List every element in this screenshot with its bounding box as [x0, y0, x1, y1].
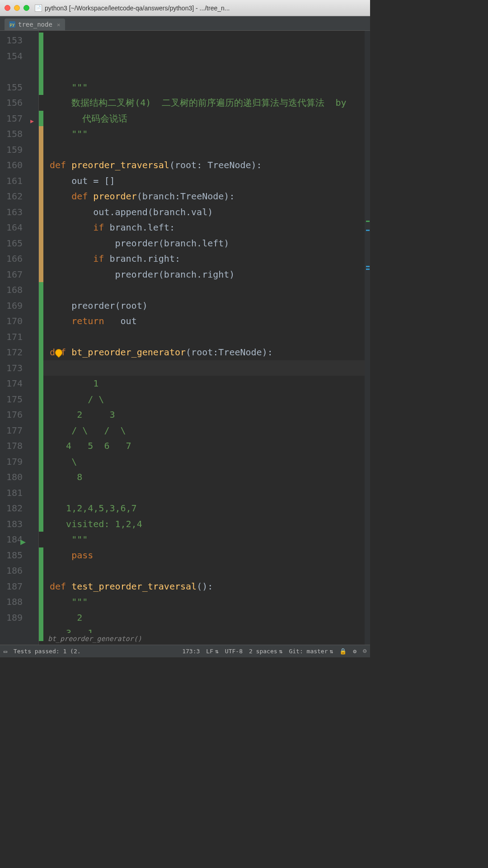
- line-number: 174: [0, 376, 26, 392]
- lock-icon[interactable]: 🔒: [339, 648, 347, 655]
- ide-settings-icon[interactable]: ⚙: [353, 648, 357, 655]
- marker-gutter: ▸▶: [26, 31, 39, 645]
- line-number: 154: [0, 48, 26, 64]
- line-separator[interactable]: LF ⇅: [206, 648, 218, 655]
- run-test-icon[interactable]: ▶: [18, 536, 28, 547]
- overview-marker: [366, 230, 370, 231]
- line-number: 153: [0, 33, 26, 48]
- line-number: 175: [0, 392, 26, 407]
- line-number: 173: [0, 360, 26, 376]
- line-number: 166: [0, 251, 26, 267]
- code-line[interactable]: def preorder_traversal(root: TreeNode):: [50, 157, 370, 173]
- vcs-change-marker: [39, 282, 43, 298]
- line-number: 180: [0, 469, 26, 485]
- line-number: 183: [0, 516, 26, 532]
- vcs-change-marker: [39, 126, 43, 282]
- code-line[interactable]: preorder(branch.right): [50, 267, 370, 283]
- code-line[interactable]: 2: [50, 610, 370, 626]
- code-line[interactable]: 数据结构二叉树(4) 二叉树的前序遍历的递归算法与迭代算法 by: [50, 95, 370, 111]
- file-encoding[interactable]: UTF-8: [225, 648, 243, 655]
- code-line[interactable]: 8: [50, 469, 370, 485]
- code-line[interactable]: 4 5 6 7: [50, 438, 370, 454]
- code-line[interactable]: preorder(branch.left): [50, 236, 370, 251]
- code-line[interactable]: """: [50, 80, 370, 95]
- minimize-icon[interactable]: [14, 5, 20, 11]
- line-number: 158: [0, 126, 26, 142]
- line-number: 189: [0, 610, 26, 626]
- line-number: 177: [0, 423, 26, 439]
- chevron-updown-icon: ⇅: [215, 648, 219, 655]
- line-number: 172: [0, 344, 26, 360]
- code-line[interactable]: [50, 142, 370, 158]
- code-line[interactable]: [50, 485, 370, 501]
- overview-marker: [366, 269, 370, 270]
- vcs-change-marker: [39, 33, 43, 95]
- code-line[interactable]: def preorder(branch:TreeNode):: [50, 189, 370, 204]
- line-number: 167: [0, 267, 26, 283]
- code-line[interactable]: visited: 1,2,4: [50, 516, 370, 532]
- traffic-lights: [5, 5, 29, 11]
- line-number: 168: [0, 282, 26, 298]
- code-line[interactable]: def test_preorder_traversal():: [50, 579, 370, 594]
- code-line[interactable]: def bt_preorder_generator(root:TreeNode)…: [50, 344, 370, 360]
- code-editor[interactable]: 1531541551561571581591601611621631641651…: [0, 31, 370, 645]
- code-line[interactable]: if branch.right:: [50, 251, 370, 267]
- breakpoint-icon[interactable]: ▸: [27, 115, 37, 126]
- line-number: 157: [0, 111, 26, 127]
- inspector-icon[interactable]: ☺: [363, 648, 366, 655]
- line-number: 160: [0, 157, 26, 173]
- overview-marker: [366, 221, 370, 222]
- code-line[interactable]: 1,2,4,5,3,6,7: [50, 500, 370, 516]
- code-line[interactable]: out = []: [50, 173, 370, 189]
- maximize-icon[interactable]: [23, 5, 29, 11]
- line-number: 187: [0, 579, 26, 594]
- indent-setting[interactable]: 2 spaces ⇅: [249, 648, 282, 655]
- vcs-change-marker: [39, 111, 43, 127]
- line-number: 163: [0, 204, 26, 220]
- status-bar: ▭ Tests passed: 1 (2. 173:3 LF ⇅ UTF-8 2…: [0, 645, 370, 657]
- line-number: 161: [0, 173, 26, 189]
- tab-label: tree_node: [18, 21, 52, 28]
- code-line[interactable]: 代码会说话: [50, 111, 370, 127]
- code-line[interactable]: [50, 282, 370, 298]
- scroll-overview[interactable]: [365, 31, 370, 645]
- line-number: 164: [0, 220, 26, 236]
- code-line[interactable]: if branch.left:: [50, 220, 370, 236]
- line-number: 155: [0, 80, 26, 95]
- current-line-highlight: [39, 360, 370, 376]
- tests-status[interactable]: Tests passed: 1 (2.: [14, 648, 81, 655]
- breadcrumb[interactable]: bt_preorder_generator(): [39, 633, 151, 645]
- code-line[interactable]: """: [50, 594, 370, 610]
- code-line[interactable]: 1: [50, 376, 370, 392]
- tab-close-icon[interactable]: ×: [57, 21, 61, 28]
- git-branch[interactable]: Git: master ⇅: [289, 648, 333, 655]
- code-line[interactable]: [50, 563, 370, 579]
- code-area[interactable]: """ 数据结构二叉树(4) 二叉树的前序遍历的递归算法与迭代算法 by 代码会…: [39, 31, 370, 645]
- code-line[interactable]: preorder(root): [50, 298, 370, 314]
- tool-window-icon[interactable]: ▭: [4, 648, 7, 655]
- code-line[interactable]: return out: [50, 313, 370, 329]
- line-number: 178: [0, 438, 26, 454]
- close-icon[interactable]: [5, 5, 10, 11]
- window-titlebar: 📄 python3 [~/Workspace/leetcode-qa/answe…: [0, 0, 370, 16]
- line-number-gutter: 1531541551561571581591601611621631641651…: [0, 31, 26, 645]
- vcs-change-marker: [39, 298, 43, 532]
- code-line[interactable]: """: [50, 532, 370, 547]
- python-file-icon: py: [9, 21, 15, 28]
- code-line[interactable]: pass: [50, 547, 370, 563]
- code-line[interactable]: out.append(branch.val): [50, 204, 370, 220]
- line-number: 176: [0, 407, 26, 423]
- tab-tree-node[interactable]: py tree_node ×: [5, 19, 65, 30]
- code-line[interactable]: \: [50, 454, 370, 470]
- code-line[interactable]: [50, 329, 370, 345]
- code-line[interactable]: / \: [50, 392, 370, 407]
- line-number: 170: [0, 313, 26, 329]
- window-title: python3 [~/Workspace/leetcode-qa/answers…: [45, 5, 366, 12]
- code-line[interactable]: 2 3: [50, 407, 370, 423]
- caret-position[interactable]: 173:3: [182, 648, 200, 655]
- chevron-updown-icon: ⇅: [330, 648, 333, 655]
- line-number: 181: [0, 485, 26, 501]
- code-line[interactable]: / \ / \: [50, 423, 370, 439]
- code-line[interactable]: """: [50, 126, 370, 142]
- line-number: 186: [0, 563, 26, 579]
